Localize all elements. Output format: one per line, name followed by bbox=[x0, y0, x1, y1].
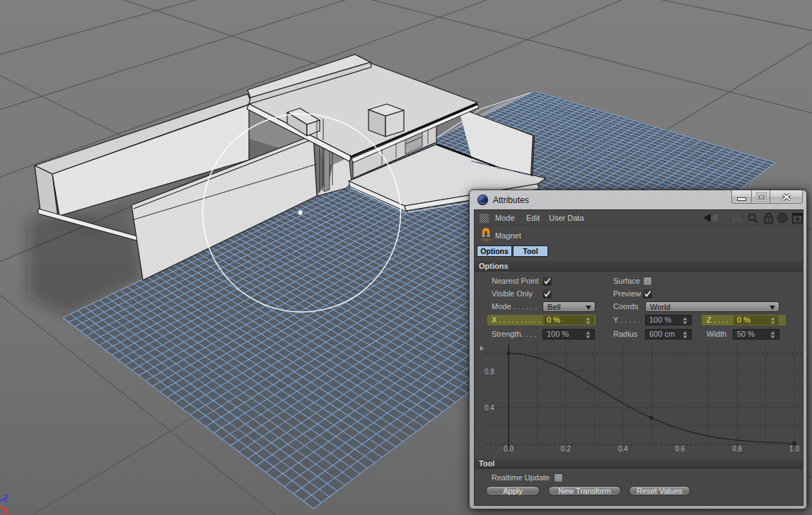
svg-text:0.4: 0.4 bbox=[485, 404, 494, 412]
svg-text:0.6: 0.6 bbox=[675, 445, 685, 453]
svg-text:0.8: 0.8 bbox=[732, 445, 742, 453]
svg-text:0.4: 0.4 bbox=[618, 445, 628, 453]
svg-text:X: X bbox=[3, 507, 8, 515]
svg-text:1.0: 1.0 bbox=[789, 445, 799, 453]
svg-text:0.0: 0.0 bbox=[504, 445, 514, 453]
svg-text:Z: Z bbox=[4, 494, 8, 504]
svg-text:0.2: 0.2 bbox=[561, 445, 571, 453]
svg-text:0.8: 0.8 bbox=[485, 368, 494, 376]
